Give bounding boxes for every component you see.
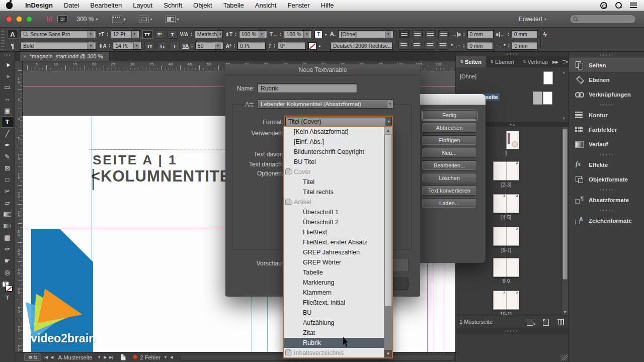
format-option[interactable]: [Einf. Abs.]: [284, 137, 384, 147]
laden-button[interactable]: Laden...: [422, 198, 477, 208]
character-style-field[interactable]: [Ohne]▾: [338, 30, 393, 38]
leading-stepper[interactable]: ▴▾: [109, 43, 111, 48]
panel-drag-handle[interactable]: [456, 52, 569, 56]
hscroll-left-arrow[interactable]: ◀: [170, 355, 173, 359]
preflight-error-count[interactable]: 2 Fehler: [140, 354, 160, 360]
bridge-button[interactable]: Br: [57, 15, 67, 23]
format-option[interactable]: Cover: [284, 167, 384, 177]
font-size-stepper[interactable]: ▴▾: [107, 32, 108, 37]
first-line-stepper[interactable]: ▴▾: [463, 43, 465, 48]
frame-tool[interactable]: ⊠: [1, 162, 14, 174]
delete-page-icon[interactable]: [557, 318, 565, 325]
search-input[interactable]: [570, 15, 636, 24]
vertical-scale-field[interactable]: 100 %▾: [239, 30, 267, 38]
dock-item[interactable]: [569, 102, 644, 108]
menu-bearbeiten[interactable]: Bearbeiten: [85, 2, 127, 9]
dock-objektformate[interactable]: Objektformate: [569, 172, 644, 187]
last-line-indent-field[interactable]: 0 mm: [512, 42, 538, 50]
kerning-stepper[interactable]: ▴▾: [191, 32, 192, 37]
preview-mode-button[interactable]: ⚙⇆: [24, 353, 41, 361]
page-nav-value[interactable]: A-Musterseite: [58, 354, 92, 360]
align-center-button[interactable]: [412, 30, 423, 38]
hand-tool[interactable]: ☛: [1, 255, 14, 266]
scroll-track[interactable]: [384, 306, 392, 350]
language-field[interactable]: Deutsch: 2006 Rechtsc...▾: [331, 42, 393, 50]
master-a-left-page-icon[interactable]: [533, 92, 542, 105]
dock-kontur[interactable]: Kontur: [569, 108, 644, 122]
format-option[interactable]: Artikel: [284, 197, 384, 207]
selection-tool[interactable]: ▲: [1, 58, 14, 70]
name-input[interactable]: Rubrik: [258, 83, 357, 93]
page-tool[interactable]: ▭: [1, 81, 14, 93]
align-away-spine-button[interactable]: [438, 42, 448, 50]
pen-tool[interactable]: ✒: [1, 139, 14, 151]
menu-schrift[interactable]: Schrift: [158, 2, 188, 9]
content-collector-tool[interactable]: ▣: [1, 105, 14, 116]
format-option[interactable]: Überschrift 2: [284, 217, 384, 227]
master-a-right-page-icon[interactable]: [543, 92, 552, 105]
panel-resize-grip[interactable]: [560, 354, 568, 360]
arrange-documents-button[interactable]: ▾: [166, 16, 179, 23]
font-family-field[interactable]: Source Sans Pro▾: [21, 30, 96, 38]
format-option[interactable]: Klammern: [284, 288, 384, 298]
spread-label[interactable]: 8-9: [476, 279, 536, 284]
document-tab[interactable]: × *magazin_start.indd @ 300 %: [19, 51, 110, 61]
scroll-thumb[interactable]: [384, 134, 392, 306]
format-option[interactable]: [Kein Absatzformat]: [284, 127, 384, 137]
bearbeiten-button[interactable]: Bearbeiten...: [422, 160, 477, 170]
format-option[interactable]: Tabelle: [284, 267, 384, 278]
spread-label[interactable]: 10-11: [476, 311, 536, 315]
skew-stepper[interactable]: ▴▾: [274, 43, 275, 48]
last-line-stepper[interactable]: ▴▾: [508, 43, 510, 48]
spread-thumb-4-5[interactable]: [493, 194, 519, 213]
justify-left-button[interactable]: [438, 30, 449, 38]
dock-farbfelder[interactable]: Farbfelder: [569, 122, 644, 137]
rectangle-tool[interactable]: □: [1, 174, 14, 186]
spotlight-search-icon[interactable]: [615, 2, 622, 9]
format-option[interactable]: Bildunterschrift Copyright: [284, 147, 384, 157]
format-option[interactable]: BU: [284, 308, 384, 318]
justify-all-button[interactable]: [425, 42, 435, 50]
dock-verlauf[interactable]: Verlauf: [569, 137, 644, 151]
masters-scroll-up-icon[interactable]: ▲: [562, 70, 566, 74]
new-page-icon[interactable]: [542, 318, 550, 325]
spread-thumb-8-9[interactable]: [493, 258, 519, 277]
close-window-button[interactable]: [6, 16, 12, 22]
dock-ebenen[interactable]: Ebenen: [569, 72, 644, 87]
lower-panel-handle[interactable]: [456, 328, 569, 334]
kerning-field[interactable]: Metrisch▾: [195, 30, 223, 38]
pages-scroll-down-icon[interactable]: ▼: [562, 310, 568, 314]
baseline-shift-field[interactable]: 0 Pt: [237, 42, 266, 50]
free-transform-tool[interactable]: ▱: [1, 197, 14, 209]
fill-color-swatch[interactable]: T: [314, 31, 323, 38]
tracking-stepper[interactable]: ▴▾: [191, 43, 193, 48]
loeschen-button[interactable]: Löschen: [422, 173, 477, 183]
pages-scroll-thumb[interactable]: [562, 129, 568, 280]
font-size-field[interactable]: 12 Pt▾: [111, 30, 140, 38]
strikethrough-button[interactable]: Ŧ: [170, 42, 180, 50]
format-option[interactable]: Titel rechts: [284, 187, 384, 197]
direct-selection-tool[interactable]: ▲: [1, 70, 14, 81]
collapse-panel-icon[interactable]: ▶▶: [552, 60, 558, 64]
scroll-up-icon[interactable]: ▲: [384, 127, 392, 134]
ruler-origin[interactable]: [15, 61, 23, 70]
paragraph-formatting-toggle[interactable]: ¶: [7, 41, 18, 50]
master-none-page-icon[interactable]: [543, 71, 553, 84]
menu-datei[interactable]: Datei: [58, 2, 85, 9]
creative-cloud-icon[interactable]: [600, 2, 607, 9]
leading-field[interactable]: 14 Pt▾: [113, 42, 142, 50]
fertig-button[interactable]: Fertig: [422, 110, 477, 120]
first-page-button[interactable]: |◀: [44, 355, 47, 359]
prev-page-button[interactable]: ◀: [50, 355, 53, 359]
stroke-color-swatch[interactable]: [308, 42, 316, 50]
quick-apply-icon[interactable]: ϟ: [543, 31, 547, 38]
dock-item[interactable]: [569, 207, 644, 213]
format-option[interactable]: Fließtext: [284, 227, 384, 237]
vertical-ruler[interactable]: 105051015202530354045505560: [15, 70, 23, 352]
align-right-button[interactable]: [425, 30, 436, 38]
page-thumb-1[interactable]: [506, 131, 519, 149]
menu-hilfe[interactable]: Hilfe: [315, 2, 340, 9]
subscript-button[interactable]: T₁: [157, 42, 167, 50]
dock-effekte[interactable]: Effekte: [569, 157, 644, 172]
abbrechen-button[interactable]: Abbrechen: [422, 123, 477, 133]
